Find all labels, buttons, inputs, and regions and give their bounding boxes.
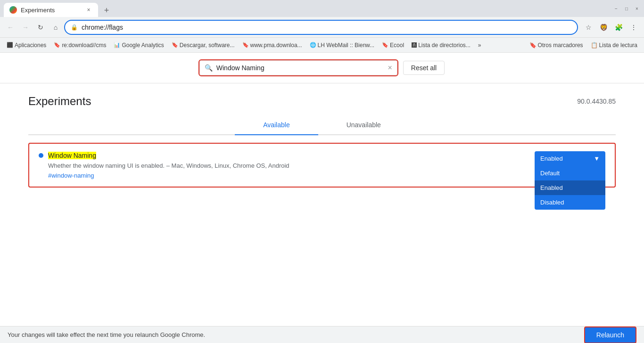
lock-icon: 🔒 (71, 24, 78, 31)
bookmark-ecool[interactable]: 🔖 Ecool (379, 41, 407, 49)
experiments-title: Experiments (28, 95, 91, 108)
tab-unavailable[interactable]: Unavailable (318, 115, 409, 134)
relaunch-button[interactable]: Relaunch (584, 327, 636, 343)
dropdown-selected-label: Enabled (540, 155, 563, 162)
bottom-message: Your changes will take effect the next t… (8, 331, 205, 338)
new-tab-button[interactable]: + (100, 4, 113, 17)
flag-card-window-naming: Window Naming Whether the window naming … (28, 143, 616, 188)
flag-description: Whether the window naming UI is enabled.… (48, 162, 535, 170)
bookmark-descargar-label: Descargar, software... (180, 42, 235, 49)
brave-icon[interactable]: 🦁 (597, 21, 610, 34)
bookmark-icon-3: 🔖 (172, 42, 178, 48)
tab-favicon (9, 6, 17, 14)
flags-area: Window Naming Whether the window naming … (0, 135, 644, 201)
bookmark-lh[interactable]: 🌐 LH WebMail :: Bienw... (307, 41, 378, 49)
address-bar[interactable]: 🔒 chrome://flags (64, 20, 578, 35)
bookmark-redownload-label: re:download//cms (62, 42, 106, 49)
search-box[interactable]: 🔍 × (199, 60, 397, 75)
bookmark-aplicaciones-label: Aplicaciones (15, 42, 46, 49)
tab-label: Experiments (21, 7, 81, 14)
dropdown-arrow-icon: ▼ (594, 155, 600, 162)
refresh-button[interactable]: ↻ (34, 21, 47, 34)
flag-info: Window Naming Whether the window naming … (48, 151, 535, 179)
window-controls: − □ × (613, 5, 640, 12)
back-button[interactable]: ← (4, 21, 17, 34)
search-area: 🔍 × Reset all (0, 53, 644, 83)
bookmark-redownload[interactable]: 🔖 re:download//cms (51, 41, 109, 49)
tabs-container: Available Unavailable (28, 115, 616, 135)
dropdown-container: Enabled ▼ Default Enabled Disabled (535, 151, 605, 166)
bookmark-icon-5: 🌐 (310, 42, 316, 48)
extensions-icon[interactable]: 🧩 (612, 21, 625, 34)
bookmarks-right: 🔖 Otros marcadores 📋 Lista de lectura (527, 41, 640, 49)
tab-close-button[interactable]: × (85, 6, 92, 14)
dropdown-option-enabled[interactable]: Enabled (535, 180, 605, 195)
bookmark-ecool-label: Ecool (390, 42, 404, 49)
bookmark-analytics[interactable]: 📊 Google Analytics (111, 41, 166, 49)
bookmark-pma[interactable]: 🔖 www.pma.downloa... (239, 41, 305, 49)
bookmark-otros-label: Otros marcadores (538, 42, 583, 49)
page-content: 🔍 × Reset all Experiments 90.0.4430.85 A… (0, 53, 644, 326)
tab-strip: Experiments × + (4, 0, 613, 17)
bookmark-icon-4: 🔖 (242, 42, 249, 48)
bookmark-lectura-label: Lista de lectura (599, 42, 637, 49)
address-text: chrome://flags (82, 24, 571, 31)
reset-all-button[interactable]: Reset all (403, 61, 445, 75)
home-button[interactable]: ⌂ (49, 21, 62, 34)
search-clear-button[interactable]: × (388, 64, 392, 72)
version-text: 90.0.4430.85 (577, 98, 616, 105)
bookmarks-more-button[interactable]: » (475, 41, 484, 49)
search-input[interactable] (216, 64, 384, 72)
dropdown-menu: Default Enabled Disabled (535, 166, 605, 210)
bottom-bar: Your changes will take effect the next t… (0, 326, 644, 343)
minimize-button[interactable]: − (613, 5, 619, 12)
dropdown-button[interactable]: Enabled ▼ (535, 151, 605, 166)
toolbar-icons: ☆ 🦁 🧩 ⋮ (582, 21, 640, 34)
bookmark-analytics-label: Google Analytics (122, 42, 164, 49)
bookmark-icon-7: 🅰 (412, 42, 417, 48)
bookmark-otros-icon: 🔖 (529, 42, 537, 49)
bookmarks-bar: ⬛ Aplicaciones 🔖 re:download//cms 📊 Goog… (0, 38, 644, 53)
menu-icon[interactable]: ⋮ (627, 21, 640, 34)
bookmark-lectura-icon: 📋 (591, 42, 598, 49)
maximize-button[interactable]: □ (623, 5, 630, 12)
apps-icon: ⬛ (7, 42, 13, 48)
bookmark-icon-1: 🔖 (54, 42, 60, 48)
bookmark-aplicaciones[interactable]: ⬛ Aplicaciones (4, 41, 49, 49)
bookmark-descargar[interactable]: 🔖 Descargar, software... (169, 41, 238, 49)
navigation-bar: ← → ↻ ⌂ 🔒 chrome://flags ☆ 🦁 🧩 ⋮ (0, 17, 644, 38)
bookmark-icon-2: 📊 (114, 42, 120, 48)
search-icon: 🔍 (205, 64, 213, 72)
experiments-header: Experiments 90.0.4430.85 (0, 83, 644, 115)
forward-button[interactable]: → (19, 21, 32, 34)
bookmark-otros[interactable]: 🔖 Otros marcadores (527, 41, 586, 49)
bookmark-lista[interactable]: 🅰 Lista de directorios... (409, 41, 473, 49)
flag-anchor-link[interactable]: #window-naming (48, 172, 535, 179)
bookmark-lista-label: Lista de directorios... (418, 42, 471, 49)
star-icon[interactable]: ☆ (582, 21, 595, 34)
flag-name: Window Naming (48, 152, 96, 159)
flag-indicator (39, 153, 43, 158)
dropdown-option-default[interactable]: Default (535, 166, 605, 180)
bookmark-lectura[interactable]: 📋 Lista de lectura (588, 41, 640, 49)
bookmark-pma-label: www.pma.downloa... (250, 42, 302, 49)
tab-available[interactable]: Available (235, 115, 318, 134)
bookmark-icon-6: 🔖 (382, 42, 388, 48)
active-tab[interactable]: Experiments × (4, 3, 98, 17)
dropdown-option-disabled[interactable]: Disabled (535, 195, 605, 210)
close-button[interactable]: × (634, 5, 640, 12)
title-bar: Experiments × + − □ × (0, 0, 644, 17)
bookmark-lh-label: LH WebMail :: Bienw... (318, 42, 375, 49)
